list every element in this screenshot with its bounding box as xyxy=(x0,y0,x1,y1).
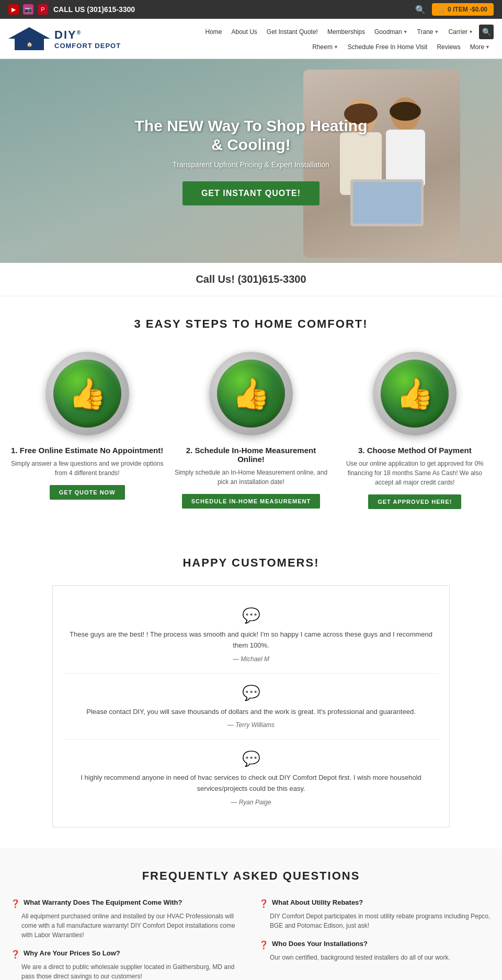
faq-question-3: ❓ What About Utility Rebates? xyxy=(259,898,492,908)
nav-goodman[interactable]: Goodman ▼ xyxy=(371,26,412,38)
step-2-icon-inner: 👍 xyxy=(217,360,285,428)
faq-col-1: ❓ What Warranty Does The Equipment Come … xyxy=(10,898,243,980)
hero-content: The NEW Way To Shop Heating & Cooling! T… xyxy=(120,96,382,226)
quote-icon-2: 💬 xyxy=(63,684,439,701)
trane-chevron: ▼ xyxy=(434,29,439,34)
nav-main: 🏠 DIY® COMFORT DEPOT Home About Us Get I… xyxy=(0,23,502,54)
testimonial-2-text: Please contact DIY, you will save thousa… xyxy=(63,707,439,718)
testimonials-title: HAPPY CUSTOMERS! xyxy=(10,556,492,570)
faq-answer-4: Our own certified, background tested ins… xyxy=(259,953,492,962)
hero-title: The NEW Way To Shop Heating & Cooling! xyxy=(131,117,371,154)
quote-icon-3: 💬 xyxy=(63,750,439,767)
quote-icon-1: 💬 xyxy=(63,607,439,624)
faq-answer-3: DIY Comfort Depot participates in most u… xyxy=(259,912,492,930)
nav-row-2: Rheem ▼ Schedule Free In Home Visit Revi… xyxy=(309,41,494,53)
testimonial-3-text: I highly recommend anyone in need of hva… xyxy=(63,773,439,794)
step-3-desc: Use our online application to get approv… xyxy=(338,459,492,487)
top-bar-right: 🔍 🛒 0 ITEM -$0.00 xyxy=(415,3,494,16)
faq-question-1: ❓ What Warranty Does The Equipment Come … xyxy=(10,898,243,908)
logo-brand: DIY® COMFORT DEPOT xyxy=(54,28,121,50)
nav-row-1: Home About Us Get Instant Quote! Members… xyxy=(201,25,494,39)
faq-icon-1: ❓ xyxy=(10,899,20,908)
step-3-button[interactable]: GET APPROVED HERE! xyxy=(368,494,461,509)
faq-col-2: ❓ What About Utility Rebates? DIY Comfor… xyxy=(259,898,492,980)
step-3-icon-wrap: 👍 xyxy=(373,352,457,435)
step-1-icon-wrap: 👍 xyxy=(45,352,129,435)
call-section: Call Us! (301)615-3300 xyxy=(0,263,502,296)
step-2-number: 2. Schedule In-Home Measurement Online! xyxy=(174,446,327,464)
nav-about[interactable]: About Us xyxy=(228,26,261,38)
faq-answer-2: We are a direct to public wholesale supp… xyxy=(10,962,243,980)
testimonial-1-author: — Michael M xyxy=(63,655,439,663)
nav-reviews[interactable]: Reviews xyxy=(433,41,464,53)
faq-title: FREQUENTLY ASKED QUESTIONS xyxy=(10,869,492,883)
step-1-icon-inner: 👍 xyxy=(53,360,121,428)
nav-quote[interactable]: Get Instant Quote! xyxy=(263,26,322,38)
pinterest-icon[interactable]: P xyxy=(38,4,48,15)
nav-rheem[interactable]: Rheem ▼ xyxy=(309,41,342,53)
hero-cta-button[interactable]: GET INSTANT QUOTE! xyxy=(182,181,320,205)
nav-memberships[interactable]: Memberships xyxy=(324,26,369,38)
faq-icon-3: ❓ xyxy=(259,899,269,908)
step-2-icon-wrap: 👍 xyxy=(209,352,293,435)
step-1-number: 1. Free Online Estimate No Appointment! xyxy=(11,446,163,455)
nav-trane[interactable]: Trane ▼ xyxy=(414,26,443,38)
search-icon[interactable]: 🔍 xyxy=(415,5,426,15)
step-1-card: 👍 1. Free Online Estimate No Appointment… xyxy=(10,352,164,509)
thumbs-up-1: 👍 xyxy=(69,376,106,411)
nav-carrier[interactable]: Carrier ▼ xyxy=(444,26,477,38)
faq-item-3: ❓ What About Utility Rebates? DIY Comfor… xyxy=(259,898,492,930)
step-2-desc: Simply schedule an In-Home Measurement o… xyxy=(174,468,327,487)
step-2-card: 👍 2. Schedule In-Home Measurement Online… xyxy=(174,352,327,509)
faq-answer-1: All equipment purchased online and insta… xyxy=(10,912,243,940)
social-links: ▶ 📷 P xyxy=(8,4,48,15)
testimonial-2: 💬 Please contact DIY, you will save thou… xyxy=(63,674,439,740)
top-bar: ▶ 📷 P CALL US (301)615-3300 🔍 🛒 0 ITEM -… xyxy=(0,0,502,19)
goodman-chevron: ▼ xyxy=(403,29,408,34)
testimonial-2-author: — Terry Williams xyxy=(63,721,439,729)
steps-section: 3 EASY STEPS TO HOME COMFORT! 👍 1. Free … xyxy=(0,296,502,535)
top-bar-left: ▶ 📷 P CALL US (301)615-3300 xyxy=(8,4,135,15)
testimonial-1: 💬 These guys are the best! ! The process… xyxy=(63,596,439,674)
logo-diy: DIY® xyxy=(54,28,121,42)
nav-more[interactable]: More ▼ xyxy=(466,41,494,53)
testimonial-1-text: These guys are the best! ! The process w… xyxy=(63,629,439,651)
logo[interactable]: 🏠 DIY® COMFORT DEPOT xyxy=(8,23,121,54)
carrier-chevron: ▼ xyxy=(469,29,473,34)
thumbs-up-3: 👍 xyxy=(396,376,433,411)
instagram-icon[interactable]: 📷 xyxy=(23,4,33,15)
steps-grid: 👍 1. Free Online Estimate No Appointment… xyxy=(10,352,492,509)
logo-body: 🏠 xyxy=(15,39,44,50)
faq-section: FREQUENTLY ASKED QUESTIONS ❓ What Warran… xyxy=(0,848,502,980)
logo-roof xyxy=(8,27,50,39)
steps-title: 3 EASY STEPS TO HOME COMFORT! xyxy=(10,317,492,331)
step-3-card: 👍 3. Choose Method Of Payment Use our on… xyxy=(338,352,492,509)
svg-point-5 xyxy=(390,102,421,121)
call-text: Call Us! (301)615-3300 xyxy=(196,273,306,285)
faq-item-4: ❓ Who Does Your Installations? Our own c… xyxy=(259,940,492,962)
faq-item-1: ❓ What Warranty Does The Equipment Come … xyxy=(10,898,243,940)
faq-grid: ❓ What Warranty Does The Equipment Come … xyxy=(10,898,492,980)
hero-subtitle: Transparent Upfront Pricing & Expert Ins… xyxy=(131,160,371,169)
phone-number: CALL US (301)615-3300 xyxy=(53,5,135,14)
nav-search-button[interactable]: 🔍 xyxy=(479,25,494,39)
hero-section: The NEW Way To Shop Heating & Cooling! T… xyxy=(0,59,502,263)
cart-button[interactable]: 🛒 0 ITEM -$0.00 xyxy=(432,3,494,16)
navigation: 🏠 DIY® COMFORT DEPOT Home About Us Get I… xyxy=(0,19,502,59)
step-1-button[interactable]: GET QUOTE NOW xyxy=(50,485,125,500)
youtube-icon[interactable]: ▶ xyxy=(8,4,19,15)
testimonial-3-author: — Ryan Paige xyxy=(63,799,439,806)
nav-home[interactable]: Home xyxy=(201,26,225,38)
svg-rect-4 xyxy=(386,130,425,187)
rheem-chevron: ▼ xyxy=(334,44,338,50)
logo-comfort: COMFORT DEPOT xyxy=(54,42,121,50)
faq-item-2: ❓ Why Are Your Prices So Low? We are a d… xyxy=(10,949,243,980)
nav-schedule[interactable]: Schedule Free In Home Visit xyxy=(344,41,431,53)
step-2-button[interactable]: SCHEDULE IN-HOME MEASUREMENT xyxy=(182,494,320,509)
step-3-icon-inner: 👍 xyxy=(381,360,449,428)
logo-house: 🏠 xyxy=(8,23,50,54)
testimonial-3: 💬 I highly recommend anyone in need of h… xyxy=(63,740,439,816)
testimonials-section: HAPPY CUSTOMERS! 💬 These guys are the be… xyxy=(0,535,502,848)
thumbs-up-2: 👍 xyxy=(232,376,270,411)
faq-question-4: ❓ Who Does Your Installations? xyxy=(259,940,492,950)
